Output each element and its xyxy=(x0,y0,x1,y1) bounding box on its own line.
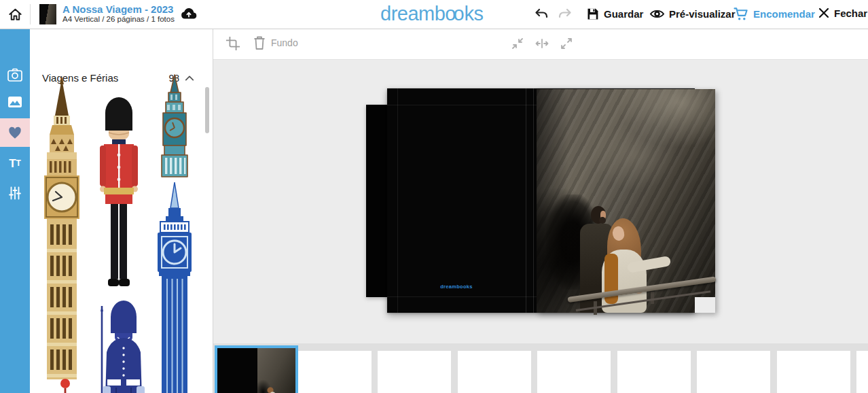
rail-cliparts-button[interactable] xyxy=(0,118,30,147)
sticker-big-ben-gold[interactable] xyxy=(39,76,84,382)
page-thumbnail[interactable] xyxy=(617,351,691,393)
sticker-royal-guard-navy[interactable] xyxy=(97,298,150,393)
page-thumbnail[interactable] xyxy=(777,351,850,393)
spine-guide-left xyxy=(526,88,526,313)
rail-photos-button[interactable] xyxy=(0,61,30,89)
expand-icon xyxy=(560,37,573,50)
redo-button[interactable] xyxy=(558,7,573,23)
shrink-icon xyxy=(511,37,524,50)
photobook-editor: A Nossa Viagem - 2023 A4 Vertical / 26 p… xyxy=(0,0,868,393)
preview-button[interactable]: Pré-visualizar xyxy=(649,7,736,21)
shrink-layout-button[interactable] xyxy=(511,37,524,52)
background-label: Fundo xyxy=(271,37,298,48)
topbar-divider xyxy=(30,4,31,24)
dreambooks-logo: dreambooks xyxy=(380,3,484,25)
panel-divider xyxy=(213,29,213,393)
sticker-royal-guard-red[interactable] xyxy=(90,87,147,294)
rail-backgrounds-button[interactable] xyxy=(0,88,30,116)
sticker-big-ben-outline-blue[interactable] xyxy=(151,181,198,393)
page-thumbnail[interactable] xyxy=(458,351,531,393)
photo-man-beard xyxy=(599,217,606,224)
rail-settings-button[interactable] xyxy=(0,179,30,207)
trim-guide-left xyxy=(397,88,398,313)
expand-layout-button[interactable] xyxy=(560,37,573,52)
close-icon xyxy=(818,7,830,19)
page-thumbnail[interactable] xyxy=(537,351,611,393)
home-icon xyxy=(7,7,23,22)
crop-icon xyxy=(225,36,240,51)
camera-icon xyxy=(7,67,23,82)
cover-photo[interactable] xyxy=(537,89,715,313)
crop-button[interactable] xyxy=(225,36,240,53)
tune-icon xyxy=(7,186,22,201)
heart-icon xyxy=(7,126,22,139)
sticker-big-ben-watercolor-teal[interactable] xyxy=(152,73,197,184)
project-thumbnail xyxy=(39,4,56,24)
page-thumbnail[interactable] xyxy=(298,351,372,393)
panel-scrollbar[interactable] xyxy=(205,87,209,133)
cloud-upload-icon xyxy=(180,6,198,25)
spine-guide-right xyxy=(533,88,534,313)
thumb-front-cover xyxy=(257,348,295,393)
top-bar: A Nossa Viagem - 2023 A4 Vertical / 26 p… xyxy=(0,0,868,29)
save-label: Guardar xyxy=(604,8,643,20)
save-icon xyxy=(585,7,600,21)
page-thumbnail[interactable] xyxy=(378,351,451,393)
redo-icon xyxy=(558,7,573,21)
background-delete-button[interactable]: Fundo xyxy=(253,35,298,50)
rail-text-button[interactable]: TT xyxy=(0,149,30,177)
page-thumbnail-selected[interactable] xyxy=(215,345,298,393)
undo-icon xyxy=(534,7,549,21)
project-title: A Nossa Viagem - 2023 xyxy=(62,4,175,15)
preview-label: Pré-visualizar xyxy=(669,8,736,20)
swap-horizontal-icon xyxy=(535,37,549,50)
project-meta: A4 Vertical / 26 páginas / 1 fotos xyxy=(62,15,175,24)
save-button[interactable]: Guardar xyxy=(585,7,643,21)
eye-icon xyxy=(649,7,665,21)
order-label: Encomendar xyxy=(753,8,815,20)
cover-brand-logo: dreambooks xyxy=(387,284,526,290)
sticker-map-pin-red[interactable] xyxy=(58,378,72,393)
page-thumbnail[interactable] xyxy=(697,351,770,393)
tool-rail: TT xyxy=(0,29,30,393)
close-label: Fechar xyxy=(834,7,867,19)
editor-toolbar: Fundo xyxy=(213,29,868,60)
photo-overflow-mask xyxy=(695,297,715,313)
text-tool-icon: T xyxy=(9,158,16,169)
trash-icon xyxy=(253,35,266,50)
page-thumbnail[interactable] xyxy=(856,351,868,393)
swap-horizontal-button[interactable] xyxy=(535,37,549,52)
home-button[interactable] xyxy=(7,7,23,24)
cart-icon xyxy=(734,7,749,21)
undo-button[interactable] xyxy=(534,7,549,23)
order-button[interactable]: Encomendar xyxy=(734,7,815,21)
clipart-panel: Viagens e Férias 98 xyxy=(30,29,213,393)
close-button[interactable]: Fechar xyxy=(818,7,867,19)
thumb-back-cover xyxy=(217,348,257,393)
image-icon xyxy=(7,95,23,109)
